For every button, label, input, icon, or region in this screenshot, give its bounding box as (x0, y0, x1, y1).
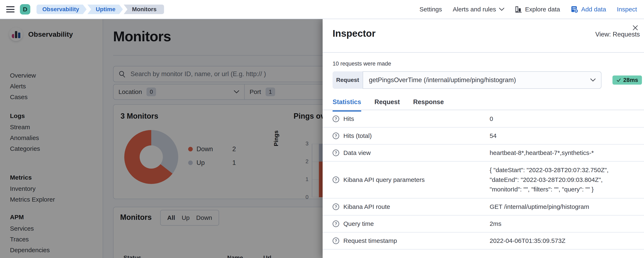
breadcrumb: Observability Uptime Monitors (36, 4, 165, 14)
question-in-circle-icon: ? (332, 176, 339, 183)
add-data-menu-item[interactable]: Add data (571, 6, 606, 13)
top-menu: Settings Alerts and rules Explore data (420, 6, 644, 13)
question-in-circle-icon: ? (332, 132, 339, 139)
stat-value: 0 (490, 114, 632, 124)
inspector-view-selector[interactable]: View: Requests (595, 31, 640, 38)
question-in-circle-icon: ? (332, 150, 339, 156)
top-navigation-bar: D Observability Uptime Monitors Settings… (0, 0, 644, 19)
alerts-and-rules-label: Alerts and rules (453, 6, 496, 13)
chevron-down-icon (590, 78, 596, 82)
stat-value: 54 (490, 131, 632, 141)
add-data-icon (571, 6, 578, 13)
request-select-label: Request (332, 71, 363, 89)
stat-value: 2ms (490, 219, 632, 229)
stat-label: Query time (343, 220, 374, 227)
inspector-title: Inspector (332, 28, 376, 39)
stat-row-data-view: ? Data view heartbeat-8*,heartbeat-7*,sy… (322, 144, 644, 162)
stat-value: heartbeat-8*,heartbeat-7*,synthetics-* (490, 148, 632, 158)
breadcrumb-monitors: Monitors (124, 4, 164, 14)
stat-value: 2022-04-06T01:35:09.573Z (490, 236, 632, 246)
breadcrumb-uptime[interactable]: Uptime (87, 4, 123, 14)
bar-chart-icon (515, 6, 522, 13)
requests-made-text: 10 requests were made (332, 60, 391, 67)
space-avatar[interactable]: D (20, 4, 30, 14)
question-in-circle-icon: ? (332, 220, 339, 227)
inspect-menu-item[interactable]: Inspect (617, 6, 637, 13)
alerts-and-rules-menu-item[interactable]: Alerts and rules (453, 6, 504, 13)
check-icon (616, 78, 621, 82)
add-data-label: Add data (581, 6, 606, 13)
request-duration-badge: 28ms (612, 76, 642, 84)
statistics-table: ? Hits 0 ? Hits (total) 54 ? Data view h… (322, 110, 644, 250)
kibana-uptime-monitors-screen: D Observability Uptime Monitors Settings… (0, 0, 644, 258)
request-select[interactable]: getPingsOverTime (/internal/uptime/ping/… (363, 71, 602, 89)
stat-row-query-time: ? Query time 2ms (322, 216, 644, 232)
chevron-down-icon (499, 8, 504, 11)
breadcrumb-observability[interactable]: Observability (36, 4, 86, 14)
stat-label: Hits (total) (343, 132, 372, 139)
stat-row-hits: ? Hits 0 (322, 110, 644, 128)
question-in-circle-icon: ? (332, 116, 339, 122)
settings-menu-item[interactable]: Settings (420, 6, 442, 13)
explore-data-menu-item[interactable]: Explore data (515, 6, 560, 13)
stat-label: Kibana API route (343, 203, 390, 210)
duration-value: 28ms (623, 77, 638, 83)
stat-label: Data view (343, 149, 371, 156)
inspector-tabs-divider (322, 110, 644, 110)
question-in-circle-icon: ? (332, 238, 339, 244)
stat-label: Kibana API query parameters (343, 176, 425, 183)
inspect-label: Inspect (617, 6, 637, 13)
settings-label: Settings (420, 6, 442, 13)
request-select-value: getPingsOverTime (/internal/uptime/ping/… (369, 76, 516, 84)
inspector-flyout: Inspector View: Requests 10 requests wer… (322, 19, 644, 258)
question-in-circle-icon: ? (332, 204, 339, 210)
stat-value: { "dateStart": "2022-03-28T20:07:32.750Z… (490, 165, 632, 194)
menu-hamburger-icon[interactable] (6, 6, 14, 12)
stat-label: Request timestamp (343, 237, 397, 244)
stat-row-query-parameters: ? Kibana API query parameters { "dateSta… (322, 162, 644, 198)
explore-data-label: Explore data (525, 6, 560, 13)
stat-row-api-route: ? Kibana API route GET /internal/uptime/… (322, 198, 644, 216)
request-select-group: Request getPingsOverTime (/internal/upti… (332, 71, 602, 89)
stat-label: Hits (343, 115, 354, 122)
stat-row-request-timestamp: ? Request timestamp 2022-04-06T01:35:09.… (322, 232, 644, 250)
inspector-header-divider (322, 52, 644, 53)
stat-value: GET /internal/uptime/ping/histogram (490, 202, 632, 212)
stat-row-hits-total: ? Hits (total) 54 (322, 128, 644, 144)
